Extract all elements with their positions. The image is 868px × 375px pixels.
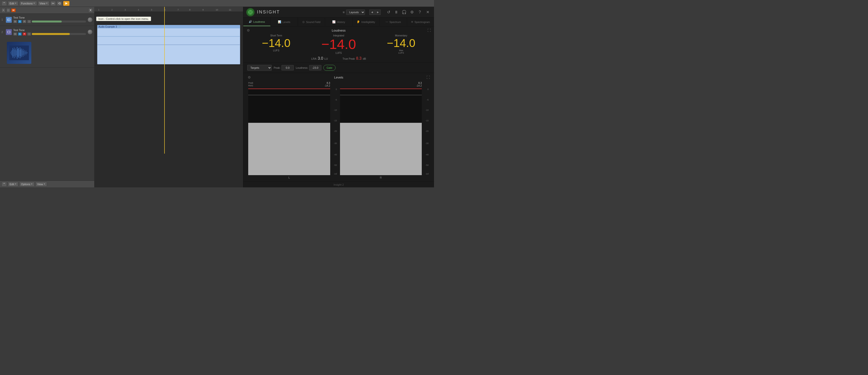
input-button[interactable]: I [27,20,31,23]
insight-logo [246,8,255,16]
insight-title: INSIGHT [257,9,340,15]
track-lanes: Audio Example 3 🔗 [94,12,243,188]
edit-menu[interactable]: Edit ▼ [8,1,18,6]
left-peak-row: Peak 8.3 [248,82,330,84]
timeline-area: Icon - Control-click to open the icon me… [94,7,243,188]
loudness-section-title: Loudness [332,29,345,32]
left-channel: Peak 8.3 RMS -14.2 0 [248,82,338,179]
svg-rect-2 [8,31,10,33]
svg-point-55 [249,11,251,13]
audio-clip[interactable]: Audio Example 3 🔗 [97,25,240,64]
loudness-expand-button[interactable]: ⛶ [426,27,432,33]
lra-value: 3.0 [318,56,323,61]
loudness-field: Loudness: [296,65,321,70]
ruler-mark: 3 [125,8,126,11]
lra-unit: LU [324,57,328,60]
momentary-meter: Momentary −14.0 Max LUFS [387,34,415,54]
bottom-edit-menu[interactable]: Edit ▼ [8,182,18,186]
levels-expand-button[interactable]: ⛶ [425,74,431,80]
integrated-meter: Integrated −14.0 LUFS [321,34,356,54]
r-scale-5: -5 [427,99,429,101]
scissors-icon[interactable]: ✂ [51,1,56,6]
bottom-options-menu[interactable]: Options ▼ [19,182,34,186]
tab-intelligibility[interactable]: 👂 Intelligibility [352,18,380,26]
clip-divider [97,44,240,45]
track-fader[interactable] [32,21,86,23]
peak-input[interactable] [281,65,294,70]
edit-menu-arrow: ▼ [15,2,17,4]
lra-display: LRA 3.0 LU [311,56,328,61]
tab-spectrogram[interactable]: ≋ Spectrogram [407,18,434,26]
close-button[interactable]: ✕ [424,9,431,16]
right-peak-value: 8.3 [418,82,422,84]
insight-panel: INSIGHT ≡ Layouts ◀ ▶ ↺ ⏸ 🎧 ⚙ ? ✕ [243,7,434,188]
functions-menu[interactable]: Functions ▼ [19,1,37,6]
record-button-2[interactable]: R [23,32,26,36]
scale-40: -40 [334,154,337,156]
levels-meters-area: Peak 8.3 RMS -14.2 0 [243,82,434,181]
solo-button[interactable]: S [18,20,22,23]
true-peak-label: True Peak [342,57,355,60]
back-icon[interactable]: ⌃ [1,1,7,6]
left-rms-line [248,95,330,95]
true-peak-display: True Peak 8.3 dB [342,56,366,61]
right-rms-row: RMS -14.2 [340,84,422,87]
loop-icon[interactable]: ⟲ [57,1,62,6]
refresh-button[interactable]: ↺ [385,9,392,16]
left-scale: 0 -5 -10 -15 -20 -30 -40 -50 -Inf [330,88,338,175]
mute-button-2[interactable]: M [13,32,17,36]
view-menu[interactable]: View ▼ [38,1,50,6]
tab-history[interactable]: 📈 History [325,18,352,26]
mute-button[interactable]: M [13,20,17,23]
track-thumb-row [0,38,94,68]
audio-clip-header: Audio Example 3 🔗 [97,25,240,28]
integrated-unit: LUFS [336,52,342,54]
tab-levels[interactable]: 📊 Levels [271,18,298,26]
left-bar [248,123,330,175]
pause-button[interactable]: ⏸ [393,9,400,16]
input-button-2[interactable]: I [27,32,31,36]
tab-sound-field[interactable]: ◎ Sound Field [298,18,325,26]
daw-header-arrow[interactable]: ▼ [88,8,93,12]
gate-button[interactable]: Gate [323,65,336,71]
layouts-select[interactable]: Layouts [346,9,365,15]
tab-loudness[interactable]: 🔊 Loudness [243,18,271,26]
scale-15: -15 [334,120,337,122]
r-scale-inf: -Inf [426,173,429,175]
capture-button[interactable]: ▶ [63,1,69,6]
bottom-back-icon[interactable]: ⌃ [1,182,7,186]
solo-button-2[interactable]: S [18,32,22,36]
left-peak-line [248,89,330,89]
bottom-view-menu[interactable]: View ▼ [35,182,47,186]
settings-button[interactable]: ⚙ [408,9,415,16]
loudness-settings-icon[interactable]: ⚙ [245,27,251,33]
levels-settings-icon[interactable]: ⚙ [246,74,252,80]
nav-next-button[interactable]: ▶ [375,9,381,15]
help-button[interactable]: ? [416,9,423,16]
intelligibility-tab-label: Intelligibility [361,21,375,24]
track-fader-2[interactable] [32,33,86,35]
ruler-mark: 1 [98,8,99,11]
tab-spectrum[interactable]: 〰 Spectrum [380,18,407,26]
headphone-button[interactable]: 🎧 [401,9,408,16]
volume-knob-2[interactable] [87,29,93,35]
folder-button[interactable]: □ [6,8,10,12]
scale-10: -10 [334,109,337,111]
svg-rect-0 [8,19,10,21]
record-button[interactable]: R [23,20,26,23]
loudness-input[interactable] [309,65,321,70]
left-meter-area: 0 -5 -10 -15 -20 -30 -40 -50 -Inf [248,88,338,175]
left-peak-label: Peak [248,82,253,84]
peak-field-label: Peak: [274,66,281,69]
track-lane-2: Audio Example 3 🔗 [94,24,243,66]
left-rms-value: -14.2 [324,84,330,87]
view-menu-arrow: ▼ [46,2,48,4]
playhead[interactable] [164,7,165,154]
nav-prev-button[interactable]: ◀ [369,9,375,15]
targets-select[interactable]: Targets [247,65,272,71]
daw-header: + □ H ▼ [0,7,94,14]
momentary-value: −14.0 [387,37,415,49]
add-track-button[interactable]: + [1,8,5,12]
volume-knob[interactable] [87,17,93,23]
short-term-unit: LUFS [273,49,280,52]
